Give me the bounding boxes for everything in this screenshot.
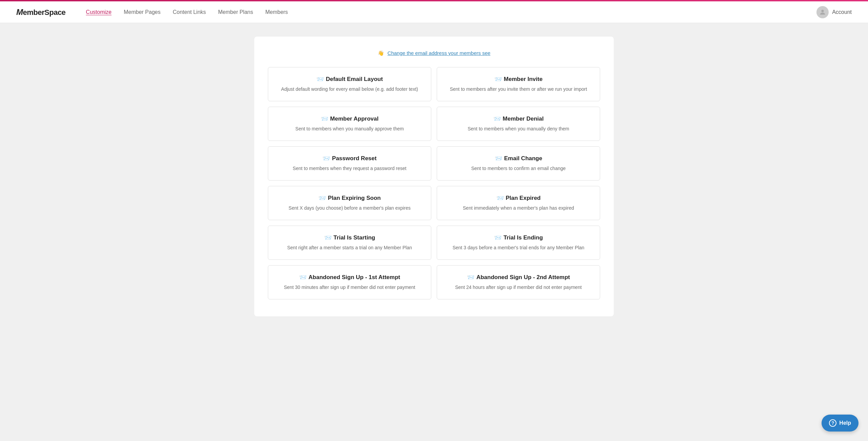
email-card-title-text-9: Trial Is Ending	[504, 234, 543, 241]
email-icon-6: 📨	[318, 194, 326, 202]
email-card-desc-7: Sent immediately when a member's plan ha…	[447, 205, 590, 212]
help-label: Help	[839, 420, 851, 426]
email-card-title-text-5: Email Change	[504, 155, 542, 162]
email-icon-4: 📨	[322, 155, 330, 162]
svg-point-0	[822, 9, 824, 12]
email-card-desc-3: Sent to members when you manually deny t…	[447, 125, 590, 132]
nav-members[interactable]: Members	[265, 8, 288, 17]
email-icon-10: 📨	[299, 274, 307, 281]
email-card-title-11: 📨Abandoned Sign Up - 2nd Attempt	[447, 274, 590, 281]
email-card-desc-11: Sent 24 hours after sign up if member di…	[447, 284, 590, 291]
email-card-0[interactable]: 📨Default Email LayoutAdjust default word…	[268, 67, 431, 101]
header: MemberSpace Customize Member Pages Conte…	[0, 1, 868, 23]
email-card-desc-2: Sent to members when you manually approv…	[278, 125, 421, 132]
main-nav: Customize Member Pages Content Links Mem…	[86, 8, 816, 17]
email-card-desc-8: Sent right after a member starts a trial…	[278, 244, 421, 251]
email-card-desc-0: Adjust default wording for every email b…	[278, 86, 421, 93]
email-icon-11: 📨	[467, 274, 474, 281]
email-cards-grid: 📨Default Email LayoutAdjust default word…	[268, 67, 600, 299]
email-card-7[interactable]: 📨Plan ExpiredSent immediately when a mem…	[437, 186, 600, 220]
email-card-desc-5: Sent to members to confirm an email chan…	[447, 165, 590, 172]
logo-text: MemberSpace	[16, 7, 65, 17]
change-email-section: 👋 Change the email address your members …	[268, 50, 600, 56]
email-icon-5: 📨	[495, 155, 502, 162]
nav-content-links[interactable]: Content Links	[173, 8, 206, 17]
account-avatar-icon	[816, 6, 829, 18]
email-icon-3: 📨	[493, 115, 501, 123]
email-card-title-text-2: Member Approval	[330, 115, 379, 122]
email-card-9[interactable]: 📨Trial Is EndingSent 3 days before a mem…	[437, 226, 600, 260]
content-container: 👋 Change the email address your members …	[254, 37, 614, 316]
wave-emoji: 👋	[378, 50, 384, 56]
help-icon: ?	[829, 419, 836, 427]
email-icon-7: 📨	[496, 194, 504, 202]
email-card-title-text-10: Abandoned Sign Up - 1st Attempt	[309, 274, 400, 281]
email-icon-1: 📨	[494, 76, 502, 83]
nav-member-plans[interactable]: Member Plans	[218, 8, 253, 17]
account-label: Account	[832, 9, 852, 15]
email-card-title-text-8: Trial Is Starting	[334, 234, 375, 241]
email-card-10[interactable]: 📨Abandoned Sign Up - 1st AttemptSent 30 …	[268, 265, 431, 299]
help-button[interactable]: ? Help	[822, 415, 859, 432]
change-email-link[interactable]: Change the email address your members se…	[388, 50, 491, 56]
email-icon-8: 📨	[324, 234, 332, 241]
email-card-desc-1: Sent to members after you invite them or…	[447, 86, 590, 93]
account-area[interactable]: Account	[816, 6, 852, 18]
email-card-title-5: 📨Email Change	[447, 155, 590, 162]
email-card-title-6: 📨Plan Expiring Soon	[278, 194, 421, 202]
email-card-desc-10: Sent 30 minutes after sign up if member …	[278, 284, 421, 291]
email-card-title-text-3: Member Denial	[503, 115, 544, 122]
email-card-8[interactable]: 📨Trial Is StartingSent right after a mem…	[268, 226, 431, 260]
email-icon-9: 📨	[494, 234, 501, 241]
email-card-4[interactable]: 📨Password ResetSent to members when they…	[268, 146, 431, 181]
nav-customize[interactable]: Customize	[86, 8, 112, 17]
email-card-desc-6: Sent X days (you choose) before a member…	[278, 205, 421, 212]
email-card-title-text-6: Plan Expiring Soon	[328, 195, 381, 202]
email-card-title-text-7: Plan Expired	[506, 195, 541, 202]
email-card-desc-4: Sent to members when they request a pass…	[278, 165, 421, 172]
nav-member-pages[interactable]: Member Pages	[124, 8, 161, 17]
email-card-title-4: 📨Password Reset	[278, 155, 421, 162]
email-card-title-2: 📨Member Approval	[278, 115, 421, 123]
logo[interactable]: MemberSpace	[16, 7, 65, 17]
email-card-title-text-11: Abandoned Sign Up - 2nd Attempt	[476, 274, 570, 281]
email-card-2[interactable]: 📨Member ApprovalSent to members when you…	[268, 107, 431, 141]
email-card-title-1: 📨Member Invite	[447, 76, 590, 83]
email-card-title-3: 📨Member Denial	[447, 115, 590, 123]
email-card-1[interactable]: 📨Member InviteSent to members after you …	[437, 67, 600, 101]
email-card-title-text-4: Password Reset	[332, 155, 376, 162]
email-card-title-text-1: Member Invite	[504, 76, 542, 83]
email-card-title-10: 📨Abandoned Sign Up - 1st Attempt	[278, 274, 421, 281]
email-card-3[interactable]: 📨Member DenialSent to members when you m…	[437, 107, 600, 141]
email-card-title-0: 📨Default Email Layout	[278, 76, 421, 83]
email-card-5[interactable]: 📨Email ChangeSent to members to confirm …	[437, 146, 600, 181]
email-card-title-9: 📨Trial Is Ending	[447, 234, 590, 241]
email-icon-2: 📨	[321, 115, 328, 123]
email-icon-0: 📨	[316, 76, 324, 83]
main-content: 👋 Change the email address your members …	[248, 23, 620, 330]
email-card-desc-9: Sent 3 days before a member's trial ends…	[447, 244, 590, 251]
email-card-title-8: 📨Trial Is Starting	[278, 234, 421, 241]
email-card-title-7: 📨Plan Expired	[447, 194, 590, 202]
email-card-11[interactable]: 📨Abandoned Sign Up - 2nd AttemptSent 24 …	[437, 265, 600, 299]
email-card-title-text-0: Default Email Layout	[326, 76, 383, 83]
email-card-6[interactable]: 📨Plan Expiring SoonSent X days (you choo…	[268, 186, 431, 220]
